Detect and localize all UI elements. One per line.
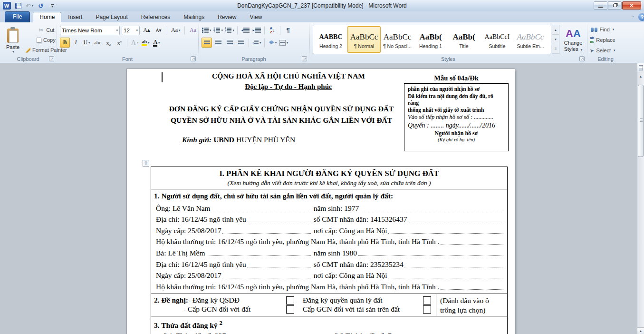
form-row: Ngày cấp: 25/08/2017 nơi cấp: Công an Hà… <box>154 269 504 281</box>
multilevel-list-button[interactable]: 1ai▾ <box>224 25 235 35</box>
paste-button[interactable]: Paste ▾ <box>3 25 23 56</box>
grow-font-button[interactable]: A▴ <box>142 25 152 35</box>
paste-icon <box>7 29 19 43</box>
clear-formatting-button[interactable]: Aa <box>188 25 198 35</box>
font-size-combo[interactable]: 12▾ <box>122 26 140 35</box>
tab-insert[interactable]: Insert <box>61 12 89 22</box>
checkbox-register-management[interactable] <box>423 296 431 305</box>
justify-button[interactable] <box>236 38 246 48</box>
highlight-icon: ab <box>142 39 147 46</box>
redo-button[interactable]: ↺ <box>36 1 46 10</box>
section2-row: 2. Đề nghị:- Đăng ký QSDĐ Đăng ký quyền … <box>151 294 507 316</box>
change-styles-button[interactable]: AA ChangeStyles ▾ <box>562 24 585 56</box>
clipboard-dialog-launcher[interactable]: ◿ <box>49 56 54 61</box>
decrease-indent-button[interactable]: ◂ <box>240 25 250 35</box>
tab-mailings[interactable]: Mailings <box>177 12 211 22</box>
table-move-handle[interactable]: ✛ <box>143 160 149 167</box>
line-spacing-button[interactable]: ↕▾ <box>251 38 262 48</box>
style-subtitle[interactable]: AaBbCcISubtitle <box>481 26 514 53</box>
borders-button[interactable]: ▾ <box>279 38 289 48</box>
subscript-button[interactable]: x₂ <box>104 38 114 48</box>
show-hide-marks-button[interactable]: ¶ <box>283 25 293 35</box>
decrease-indent-icon <box>243 28 250 33</box>
align-right-icon <box>227 40 233 45</box>
tab-page-layout[interactable]: Page Layout <box>89 12 134 22</box>
scroll-bottom-buttons[interactable]: ▲ <box>637 327 644 334</box>
paragraph-dialog-launcher[interactable]: ◿ <box>302 56 307 61</box>
section2-opt4: Cấp GCN đối với tài sản trên đất <box>303 305 423 314</box>
text-effects-button[interactable]: A▾ <box>130 38 140 48</box>
tab-home[interactable]: Home <box>33 12 61 22</box>
paste-dropdown-icon: ▾ <box>12 50 14 54</box>
styles-dialog-launcher[interactable]: ◿ <box>579 56 585 61</box>
style-no-spacing[interactable]: AaBbCc¶ No Spaci... <box>381 26 414 53</box>
strikethrough-button[interactable]: abc <box>93 38 103 48</box>
checkbox-gcn-assets[interactable] <box>423 305 431 314</box>
tab-file[interactable]: File <box>5 11 30 22</box>
tab-review[interactable]: Review <box>211 12 243 22</box>
tab-references[interactable]: References <box>135 12 177 22</box>
scroll-up-button[interactable]: ▲ <box>637 72 644 80</box>
scrollbar-thumb[interactable] <box>638 85 644 157</box>
change-case-button[interactable]: Aa▾ <box>171 25 181 35</box>
style-heading1[interactable]: AaBb(Heading 1 <box>414 26 447 53</box>
section3-fields: 3.1. Thửa đất số: 237 3.2 Tờ bản đồ số: … <box>154 331 504 334</box>
ruler-icon <box>639 65 643 70</box>
superscript-button[interactable]: x² <box>115 38 125 48</box>
minimize-ribbon-icon[interactable]: ⌃ <box>631 15 634 19</box>
declarant-info-cell: 1. Người sử dụng đất, chủ sở hữu tài sản… <box>151 189 507 294</box>
font-name-combo[interactable]: Times New Rom▾ <box>60 26 120 35</box>
view-ruler-button[interactable] <box>637 63 644 72</box>
align-right-button[interactable] <box>224 38 235 48</box>
styles-scroll-up-button[interactable]: ▲ <box>552 25 559 35</box>
help-icon[interactable]: ? <box>638 13 644 21</box>
numbering-button[interactable]: 123▾ <box>213 25 223 35</box>
restore-button[interactable] <box>608 1 622 10</box>
checkbox-register-qsdd[interactable] <box>286 296 294 305</box>
style-heading2[interactable]: AABBCHeading 2 <box>314 26 347 53</box>
document-page[interactable]: CỘNG HOÀ XÃ HỘI CHỦ NGHĨA VIỆT NAM Độc l… <box>127 69 515 334</box>
line-spacing-icon <box>254 40 259 45</box>
bold-button[interactable]: B <box>60 38 70 48</box>
increase-indent-button[interactable]: ▸ <box>251 25 262 35</box>
styles-gallery-more-button[interactable]: ≡ <box>552 44 559 54</box>
replace-button[interactable]: abacReplace <box>589 36 616 44</box>
section1-header-row: I. PHẦN KÊ KHAI NGƯỜI ĐĂNG KÝ QUYỀN SỬ D… <box>151 167 507 189</box>
close-button[interactable]: ✕ <box>622 1 641 10</box>
checkbox-gcn-land[interactable] <box>286 305 294 314</box>
borders-icon <box>279 40 286 46</box>
redo-icon: ↺ <box>38 2 44 10</box>
undo-button[interactable]: ↶▾ <box>25 1 34 10</box>
tab-view[interactable]: View <box>243 12 269 22</box>
save-button[interactable] <box>13 1 23 10</box>
shrink-font-button[interactable]: A▾ <box>154 25 163 35</box>
align-left-button[interactable] <box>202 38 212 48</box>
form-row: Hộ khẩu thường trú: 16/12/45 ngõ tình yê… <box>154 280 504 292</box>
receipt-line4: Vào sổ tiếp nhận hồ sơ số : ............… <box>408 113 505 121</box>
replace-icon: abac <box>590 36 594 44</box>
underline-button[interactable]: U▾ <box>82 38 92 48</box>
style-title[interactable]: AaBb(Title <box>447 26 481 53</box>
find-button[interactable]: Find▾ <box>589 25 616 34</box>
superscript-icon: x² <box>117 40 122 46</box>
style-normal[interactable]: AaBbCc¶ Normal <box>347 26 381 53</box>
italic-button[interactable]: I <box>71 38 81 48</box>
styles-scroll-down-button[interactable]: ▼ <box>552 35 559 44</box>
sort-button[interactable]: AZ↓ <box>267 25 278 35</box>
font-color-button[interactable]: A▾ <box>152 38 162 48</box>
word-logo-icon[interactable]: W <box>2 1 11 10</box>
style-subtle-emphasis[interactable]: AaBbCcSubtle Em... <box>514 26 547 53</box>
clear-formatting-icon: Aa <box>190 27 196 34</box>
customize-qat-button[interactable]: ▾ <box>48 1 57 10</box>
minimize-button[interactable] <box>594 1 607 10</box>
font-dialog-launcher[interactable]: ◿ <box>191 56 196 61</box>
shading-button[interactable]: ▾ <box>267 38 278 48</box>
select-button[interactable]: ➤Select▾ <box>589 46 616 55</box>
bullets-button[interactable]: ▾ <box>202 25 212 35</box>
align-center-button[interactable] <box>213 38 223 48</box>
highlight-button[interactable]: ab▾ <box>141 38 151 48</box>
quick-access-toolbar: W ↶▾ ↺ ▾ <box>0 1 57 10</box>
cut-icon: ✂ <box>38 27 44 33</box>
save-icon <box>15 3 21 9</box>
vertical-scrollbar[interactable]: ▲ ▲ <box>637 63 644 334</box>
